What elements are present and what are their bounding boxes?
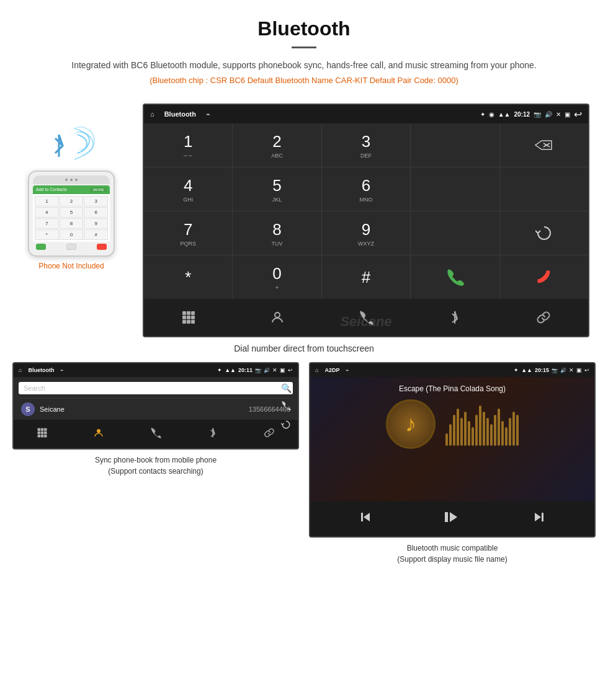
car-nav-phone[interactable] (351, 310, 382, 325)
pb-close-icon[interactable]: ✕ (272, 367, 277, 373)
dial-key-2[interactable]: 2ABC (233, 123, 321, 167)
svg-point-11 (275, 312, 280, 317)
pb-back-icon[interactable]: ↩ (288, 367, 293, 373)
phone-screen: Add to Contacts MORE 1 2 3 4 5 6 7 8 9 *… (33, 185, 110, 252)
music-caption-line2: (Support display music file name) (397, 555, 507, 564)
car-nav-dialpad[interactable] (173, 310, 204, 325)
back-icon[interactable]: ↩ (574, 109, 582, 120)
search-bar[interactable]: Search (19, 382, 293, 394)
dial-empty-4 (411, 211, 499, 255)
car-nav-contacts[interactable] (262, 310, 293, 325)
waveform-bar (472, 427, 474, 446)
phone-menu-button[interactable] (66, 244, 76, 250)
dial-key-4[interactable]: 4GHI (144, 167, 232, 211)
refresh-icon-right[interactable] (281, 420, 292, 432)
car-screen-dialer: ⌂ Bluetooth ⌁ ✦ ◉ ▲▲ 20:12 📷 🔊 ✕ ▣ ↩ (143, 104, 589, 337)
ms-bt-icon: ✦ (514, 367, 519, 373)
pb-nav-dialpad[interactable] (37, 427, 48, 441)
svg-rect-17 (44, 432, 47, 435)
music-note-icon: ♪ (405, 411, 416, 437)
bluetooth-icon (51, 135, 66, 161)
pb-home-icon[interactable]: ⌂ (19, 367, 22, 373)
pb-status-title: Bluetooth (28, 367, 54, 373)
phone-key-star[interactable]: * (35, 229, 59, 240)
svg-rect-19 (41, 435, 44, 438)
ms-time: 20:15 (535, 367, 549, 373)
dial-key-9[interactable]: 9WXYZ (322, 211, 410, 255)
dial-key-0[interactable]: 0+ (233, 255, 321, 299)
pb-bt-icon: ✦ (217, 367, 222, 373)
dial-call-button[interactable] (411, 255, 499, 299)
prev-button[interactable] (352, 507, 379, 530)
waveform-bar (449, 424, 452, 446)
dial-key-6[interactable]: 6MNO (322, 167, 410, 211)
phone-key-hash[interactable]: # (84, 229, 108, 240)
waveform-bar (494, 415, 496, 446)
pb-nav-phone[interactable] (150, 427, 161, 441)
volume-icon[interactable]: 🔊 (545, 111, 552, 118)
dial-key-7[interactable]: 7PQRS (144, 211, 232, 255)
camera-icon[interactable]: 📷 (534, 111, 541, 118)
phone-key-3[interactable]: 3 (84, 196, 108, 206)
ms-back-icon[interactable]: ↩ (584, 367, 589, 373)
phone-key-6[interactable]: 6 (84, 207, 108, 218)
right-icons: 🔍 (281, 383, 292, 432)
phone-key-1[interactable]: 1 (35, 196, 59, 206)
play-pause-button[interactable] (437, 507, 467, 530)
contact-row: S Seicane 13566664466 (19, 398, 293, 420)
search-placeholder: Search (24, 384, 45, 392)
music-album-art: ♪ (386, 399, 436, 449)
car-nav-link[interactable] (528, 310, 559, 325)
waveform-bar (501, 421, 504, 446)
phone-endcall-button[interactable] (97, 244, 107, 250)
ms-volume-icon[interactable]: 🔊 (560, 368, 566, 373)
ms-close-icon[interactable]: ✕ (569, 367, 574, 373)
dial-key-star[interactable]: * (144, 255, 232, 299)
ms-window-icon[interactable]: ▣ (576, 367, 582, 373)
phone-key-5[interactable]: 5 (60, 207, 84, 218)
dial-backspace[interactable] (500, 123, 588, 167)
window-icon[interactable]: ▣ (565, 111, 570, 118)
svg-rect-14 (44, 428, 47, 432)
dialpad-grid: 1∽∽ 2ABC 3DEF 4GHI (144, 123, 588, 299)
phone-key-4[interactable]: 4 (35, 207, 59, 218)
contact-name: Seicane (40, 405, 244, 413)
waveform-bar (516, 415, 519, 446)
phone-key-7[interactable]: 7 (35, 218, 59, 229)
ms-camera-icon[interactable]: 📷 (552, 368, 558, 373)
svg-rect-9 (187, 320, 190, 324)
dial-refresh[interactable] (500, 211, 588, 255)
phone-key-2[interactable]: 2 (60, 196, 84, 206)
pb-camera-icon[interactable]: 📷 (255, 368, 261, 373)
usb-icon: ⌁ (206, 110, 210, 118)
pb-volume-icon[interactable]: 🔊 (264, 368, 270, 373)
search-icon[interactable]: 🔍 (281, 383, 292, 393)
pb-nav-contacts[interactable] (93, 427, 104, 441)
phone-key-0[interactable]: 0 (60, 229, 84, 240)
svg-rect-12 (37, 428, 40, 432)
phone-key-8[interactable]: 8 (60, 218, 84, 229)
phone-call-button[interactable] (36, 244, 46, 250)
home-icon[interactable]: ⌂ (150, 110, 154, 118)
dial-key-1[interactable]: 1∽∽ (144, 123, 232, 167)
pb-window-icon[interactable]: ▣ (280, 367, 285, 373)
next-button[interactable] (525, 507, 553, 530)
pb-nav-bt[interactable] (207, 427, 218, 441)
dial-key-8[interactable]: 8TUV (233, 211, 321, 255)
phonebook-nav-bar (14, 420, 298, 448)
location-icon: ◉ (489, 111, 494, 118)
svg-rect-5 (182, 316, 186, 319)
ms-home-icon[interactable]: ⌂ (315, 367, 318, 373)
dial-key-3[interactable]: 3DEF (322, 123, 410, 167)
phone-key-9[interactable]: 9 (84, 218, 108, 229)
close-status-icon[interactable]: ✕ (556, 111, 561, 118)
svg-marker-22 (364, 513, 370, 521)
pb-nav-link[interactable] (264, 427, 275, 441)
call-icon-right[interactable] (281, 401, 292, 412)
dial-key-hash[interactable]: # (322, 255, 410, 299)
car-nav-bluetooth[interactable] (439, 310, 470, 325)
waveform-bar (505, 427, 507, 446)
music-controls (310, 501, 594, 536)
dial-hangup-button[interactable] (500, 255, 588, 299)
dial-key-5[interactable]: 5JKL (233, 167, 321, 211)
